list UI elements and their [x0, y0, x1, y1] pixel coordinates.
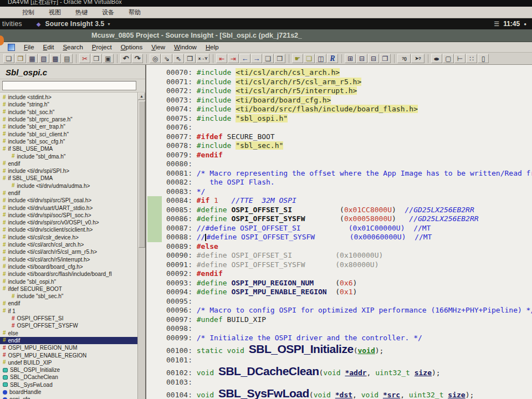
- symbol-item[interactable]: ospi_cfg: [0, 396, 137, 399]
- open-file-button[interactable]: ❐: [15, 54, 26, 63]
- paste-button[interactable]: ▣: [103, 54, 114, 63]
- undo-button[interactable]: ↶: [120, 54, 131, 63]
- symbol-info-button[interactable]: ☛: [292, 54, 303, 63]
- code-line[interactable]: 00084: #if 1 //TTE 32M OSPI: [166, 196, 532, 206]
- symbol-item[interactable]: #OSPI_OFFSET_SI: [0, 315, 137, 322]
- menu-help[interactable]: Help: [201, 44, 223, 50]
- go-forward-button[interactable]: →: [251, 54, 262, 63]
- code-line[interactable]: 00093: #define OSPI_MPU_REGION_NUM (0x6): [166, 279, 532, 288]
- vm-menu-item[interactable]: 控制: [22, 8, 34, 17]
- code-line[interactable]: 00086: #define OSPI_OFFSET_SYSFW (0x0005…: [166, 214, 532, 224]
- symbol-item[interactable]: boardHandle: [0, 388, 137, 396]
- vm-menu-item[interactable]: 视图: [49, 8, 61, 17]
- symbol-item[interactable]: #include <ti/board/board_cfg.h>: [0, 263, 137, 270]
- code-line[interactable]: 00085: #define OSPI_OFFSET_SI (0x01CC800…: [166, 206, 532, 215]
- symbol-item[interactable]: #include "sbl_sec.h": [0, 293, 137, 300]
- code-line[interactable]: 00079: #endif: [166, 151, 532, 160]
- save-all-button[interactable]: ▩: [50, 54, 61, 63]
- symbol-item[interactable]: #include "sbl_err_trap.h": [0, 123, 137, 130]
- symbol-item[interactable]: #if SBL_USE_DMA: [0, 175, 137, 182]
- code-line[interactable]: 00091: #define OSPI_OFFSET_SYSFW (0x8000…: [166, 260, 532, 270]
- lasso-button[interactable]: ●: [431, 54, 442, 63]
- code-line[interactable]: 00075: #include "sbl_ospi.h": [166, 114, 532, 124]
- menu-view[interactable]: View: [147, 44, 170, 50]
- symbol-item[interactable]: #include <ti/board/src/flash/include/boa…: [0, 270, 137, 278]
- code-line[interactable]: 00088: //#define OSPI_OFFSET_SYSFW (0x00…: [166, 233, 532, 242]
- browse-project-button[interactable]: R: [327, 54, 338, 63]
- help-button[interactable]: ?(): [397, 54, 411, 63]
- code-line[interactable]: 00090: #define OSPI_OFFSET_SI (0x100000U…: [166, 251, 532, 260]
- window-one-button[interactable]: ⊟: [356, 54, 367, 63]
- menu-options[interactable]: Options: [116, 44, 147, 50]
- window-titlebar[interactable]: Mcusw_0805 Project - Source Insight - [S…: [0, 29, 532, 42]
- code-line[interactable]: 00095:: [166, 297, 532, 306]
- symbol-item[interactable]: SBL_OSPI_Initialize: [0, 366, 137, 374]
- code-line[interactable]: 00080:: [166, 160, 532, 169]
- symbol-item[interactable]: #include "sbl_soc_cfg.h": [0, 138, 137, 145]
- window-split-button[interactable]: ⊞: [345, 54, 356, 63]
- new-file-button[interactable]: ❏: [3, 54, 14, 63]
- symbol-item[interactable]: #include <ti/csl/cslr_device.h>: [0, 234, 137, 241]
- code-line[interactable]: 00092: #endif: [166, 269, 532, 279]
- code-line[interactable]: 00070: #include <ti/csl/arch/csl_arch.h>: [166, 68, 532, 78]
- code-line[interactable]: 00083: */: [166, 187, 532, 197]
- symbol-item[interactable]: #include <ti/drv/udma/udma.h>: [0, 182, 137, 190]
- menu-edit[interactable]: Edit: [39, 44, 59, 50]
- symbol-item[interactable]: #if SBL_USE_DMA: [0, 145, 137, 152]
- symbol-item[interactable]: #endif: [0, 300, 137, 307]
- code-line[interactable]: 00087: //#define OSPI_OFFSET_SI (0x01C00…: [166, 224, 532, 233]
- symbol-item[interactable]: #ifdef SECURE_BOOT: [0, 285, 137, 293]
- symbol-list-scrollbar[interactable]: ▲: [137, 93, 145, 399]
- symbol-item[interactable]: #include <ti/csl/arch/csl_arch.h>: [0, 241, 137, 248]
- symbol-item[interactable]: #OSPI_MPU_REGION_NUM: [0, 344, 137, 351]
- code-line[interactable]: 00099: /* Initialize the OSPI driver and…: [166, 334, 532, 343]
- code-line[interactable]: 00103:: [166, 378, 532, 387]
- code-line[interactable]: 00098:: [166, 324, 532, 334]
- symbol-item[interactable]: #undef BUILD_XIP: [0, 359, 137, 366]
- symbol-item[interactable]: #include "sbl_rprc_parse.h": [0, 116, 137, 123]
- link-forward-button[interactable]: ⇥: [228, 54, 239, 63]
- save-file-button[interactable]: ▦: [27, 54, 38, 63]
- vm-menu-item[interactable]: 热键: [75, 8, 88, 17]
- app-icon[interactable]: [8, 44, 15, 51]
- menu-window[interactable]: Window: [170, 44, 201, 50]
- window-cascade-button[interactable]: ❐: [380, 54, 391, 63]
- symbol-item[interactable]: #include <ti/csl/arch/r5/interrupt.h>: [0, 256, 137, 263]
- menu-search[interactable]: Search: [58, 44, 87, 50]
- symbol-item[interactable]: #include "sbl_dma.h": [0, 152, 137, 160]
- symbol-item[interactable]: #include <ti/drv/sciclient/sciclient.h>: [0, 226, 137, 233]
- code-line[interactable]: 00100: static void SBL_OSPI_Initialize(v…: [166, 342, 532, 356]
- menu-file[interactable]: File: [19, 44, 39, 50]
- status-menu-icon[interactable]: ☰: [494, 21, 499, 28]
- code-line[interactable]: 00072: #include <ti/csl/arch/r5/interrup…: [166, 86, 532, 96]
- symbol-item[interactable]: SBL_DCacheClean: [0, 374, 137, 381]
- copy-button[interactable]: ❒: [91, 54, 102, 63]
- file-symbols-button[interactable]: ❏: [304, 54, 315, 63]
- print-button[interactable]: ▤: [62, 54, 73, 63]
- symbol-item[interactable]: #include <ti/drv/spi/src/SPI_osal.h>: [0, 197, 137, 204]
- symbol-item[interactable]: #include "sbl_soc.h": [0, 109, 137, 116]
- code-line[interactable]: 00073: #include <ti/board/board_cfg.h>: [166, 96, 532, 105]
- find-backward-button[interactable]: ⇖: [173, 54, 184, 63]
- code-line[interactable]: 00071: #include <ti/csl/arch/r5/csl_arm_…: [166, 78, 532, 87]
- code-line[interactable]: 00089: #else: [166, 242, 532, 252]
- symbol-item[interactable]: #include <ti/drv/uart/UART_stdio.h>: [0, 204, 137, 211]
- symbol-item[interactable]: #include <ti/drv/spi/src/v0/OSPI_v0.h>: [0, 219, 137, 226]
- vm-menu-item[interactable]: 设备: [102, 8, 114, 17]
- symbol-item[interactable]: #include <ti/csl/arch/r5/csl_arm_r5.h>: [0, 248, 137, 255]
- symbol-item[interactable]: #endif: [0, 190, 137, 197]
- activities-button[interactable]: tivities: [2, 20, 22, 28]
- clipped-edge-button[interactable]: ▯: [478, 54, 489, 63]
- code-line[interactable]: 00077: #ifdef SECURE_BOOT: [166, 132, 532, 142]
- symbol-item[interactable]: #else: [0, 330, 137, 337]
- go-back-button[interactable]: ←: [239, 54, 250, 63]
- code-line[interactable]: 00096: /* Macro to config OSPI for optim…: [166, 306, 532, 315]
- jump-to-definition-button[interactable]: ❑: [263, 54, 274, 63]
- find-in-files-button[interactable]: ❒: [185, 54, 196, 63]
- find-button[interactable]: ◎: [150, 54, 161, 63]
- window-horizontal-button[interactable]: ⊟: [368, 54, 379, 63]
- scrollbar-thumb[interactable]: [139, 101, 145, 248]
- contents-button[interactable]: ◫: [315, 54, 326, 63]
- cut-button[interactable]: ✂: [79, 54, 90, 63]
- symbol-item[interactable]: #include <ti/drv/spi/SPI.h>: [0, 167, 137, 175]
